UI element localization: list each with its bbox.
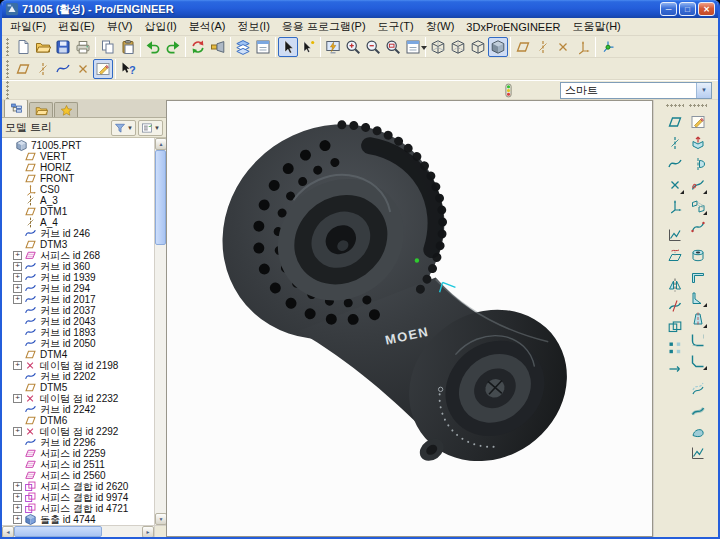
extrude-tool[interactable]: [688, 133, 708, 153]
tree-expander-icon[interactable]: +: [13, 251, 22, 260]
tree-expander-icon[interactable]: +: [13, 295, 22, 304]
datum-point-tool[interactable]: [665, 175, 685, 195]
shaded-button[interactable]: [488, 37, 508, 57]
open-file-button[interactable]: [33, 37, 53, 57]
menu-tools[interactable]: 도구(T): [372, 18, 420, 35]
scroll-track[interactable]: [155, 150, 166, 513]
regenerate-button[interactable]: [188, 37, 208, 57]
shell-tool[interactable]: [688, 267, 708, 287]
paste-button[interactable]: [118, 37, 138, 57]
scroll-up-button[interactable]: ▲: [155, 138, 166, 150]
selection-filter-combo[interactable]: 스마트 ▼: [560, 82, 712, 99]
menu-file[interactable]: 파일(F): [4, 18, 52, 35]
menu-view[interactable]: 뷰(V): [101, 18, 139, 35]
tree-expander-icon[interactable]: +: [13, 504, 22, 513]
tree-expander-icon[interactable]: +: [13, 361, 22, 370]
scroll-thumb-horizontal[interactable]: [14, 526, 102, 537]
close-button[interactable]: ✕: [698, 2, 715, 16]
tree-expander-icon[interactable]: +: [13, 515, 22, 524]
menu-info[interactable]: 정보(I): [231, 18, 275, 35]
project-tool[interactable]: [665, 246, 685, 266]
wireframe-button[interactable]: [428, 37, 448, 57]
datum-axis-tool-button[interactable]: [33, 59, 53, 79]
tree-expander-icon[interactable]: +: [13, 394, 22, 403]
revolve-tool[interactable]: [688, 154, 708, 174]
menu-edit[interactable]: 편집(E): [52, 18, 101, 35]
no-hidden-button[interactable]: [468, 37, 488, 57]
scroll-track-horizontal[interactable]: [14, 526, 142, 537]
layers-button[interactable]: [233, 37, 253, 57]
blend-tool[interactable]: [688, 196, 708, 216]
scroll-thumb[interactable]: [155, 150, 166, 245]
model-tree-tab[interactable]: [4, 100, 28, 117]
datum-point-tool-button[interactable]: [73, 59, 93, 79]
draft-tool[interactable]: [688, 309, 708, 329]
menu-applications[interactable]: 응용 프로그램(P): [276, 18, 372, 35]
mirror-tool[interactable]: [665, 275, 685, 295]
save-button[interactable]: [53, 37, 73, 57]
search-button[interactable]: [208, 37, 228, 57]
tree-expander-icon[interactable]: +: [13, 284, 22, 293]
datum-planes-toggle[interactable]: [513, 37, 533, 57]
context-help-button[interactable]: ?: [118, 59, 138, 79]
favorites-tab[interactable]: [54, 102, 78, 117]
graphics-viewport[interactable]: MOEN: [166, 100, 653, 537]
zoom-out-button[interactable]: [363, 37, 383, 57]
datum-curve-tool-button[interactable]: [53, 59, 73, 79]
repaint-button[interactable]: [323, 37, 343, 57]
undo-button[interactable]: [143, 37, 163, 57]
tree-expander-icon[interactable]: +: [13, 427, 22, 436]
menu-analysis[interactable]: 분석(A): [183, 18, 232, 35]
sketch-tool[interactable]: [688, 112, 708, 132]
merge-tool[interactable]: [665, 317, 685, 337]
extend-tool[interactable]: [665, 359, 685, 379]
pattern-tool[interactable]: [665, 338, 685, 358]
select-arrow-button[interactable]: [278, 37, 298, 57]
new-file-button[interactable]: [13, 37, 33, 57]
combo-dropdown-button[interactable]: ▼: [696, 83, 711, 98]
csys-toggle[interactable]: [573, 37, 593, 57]
scroll-left-button[interactable]: ◄: [2, 526, 14, 537]
saved-views-button[interactable]: [403, 37, 423, 57]
analysis-tool[interactable]: [665, 225, 685, 245]
csys-tool[interactable]: [665, 196, 685, 216]
tree-vertical-scrollbar[interactable]: ▲ ▼: [154, 138, 166, 525]
hole-tool[interactable]: [688, 246, 708, 266]
zoom-in-button[interactable]: [343, 37, 363, 57]
sweep-tool[interactable]: [688, 175, 708, 195]
maximize-button[interactable]: □: [679, 2, 696, 16]
menu-window[interactable]: 창(W): [420, 18, 461, 35]
menu-3dxproengineer[interactable]: 3DxProENGINEER: [460, 20, 566, 34]
scroll-right-button[interactable]: ►: [142, 526, 154, 537]
tree-item[interactable]: +돌출 id 4744: [2, 514, 154, 525]
spin-center-toggle[interactable]: [598, 37, 618, 57]
refit-button[interactable]: [383, 37, 403, 57]
datum-points-toggle[interactable]: [553, 37, 573, 57]
trim-tool[interactable]: [665, 296, 685, 316]
view-manager-button[interactable]: [253, 37, 273, 57]
print-button[interactable]: [73, 37, 93, 57]
tree-expander-icon[interactable]: +: [13, 262, 22, 271]
thicken-tool[interactable]: [688, 401, 708, 421]
datum-plane-tool-button[interactable]: [13, 59, 33, 79]
tree-expander-icon[interactable]: +: [13, 482, 22, 491]
round-tool[interactable]: [688, 330, 708, 350]
section-tool[interactable]: [688, 443, 708, 463]
menu-help[interactable]: 도움말(H): [566, 18, 626, 35]
folder-browser-tab[interactable]: [29, 102, 53, 117]
style-tool[interactable]: [688, 217, 708, 237]
minimize-button[interactable]: ─: [660, 2, 677, 16]
tree-horizontal-scrollbar[interactable]: ◄ ►: [2, 526, 154, 537]
chamfer-tool[interactable]: [688, 351, 708, 371]
tree-settings-menu-button[interactable]: ▼: [138, 120, 163, 136]
smart-select-button[interactable]: [298, 37, 318, 57]
solidify-tool[interactable]: [688, 422, 708, 442]
selection-status-icon[interactable]: [498, 80, 518, 100]
menu-insert[interactable]: 삽입(I): [138, 18, 182, 35]
datum-curve-tool[interactable]: [665, 154, 685, 174]
sketch-tool-button[interactable]: [93, 59, 113, 79]
copy-button[interactable]: [98, 37, 118, 57]
scroll-down-button[interactable]: ▼: [155, 513, 166, 525]
tree-show-menu-button[interactable]: ▼: [111, 120, 136, 136]
tree-expander-icon[interactable]: +: [13, 493, 22, 502]
